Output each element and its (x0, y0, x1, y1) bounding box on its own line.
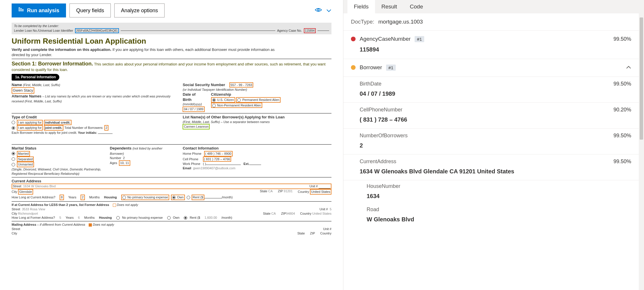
eye-icon[interactable] (315, 7, 322, 14)
former-row2: City Richmondport State CA ZIP94804 Coun… (12, 211, 331, 216)
name-label: Name (12, 83, 22, 87)
field-agency[interactable]: AgencyCaseNumber #1 99.50% 115894 (343, 31, 639, 59)
scrollbar[interactable] (639, 0, 644, 290)
svg-rect-0 (19, 8, 20, 11)
agency-case-label: Agency Case No. (277, 29, 302, 33)
dot-icon (351, 37, 356, 41)
name-value: Gwen Stacy (12, 87, 34, 94)
doctype-value: mortgage.us.1003 (378, 19, 423, 25)
field-badge: #1 (386, 65, 396, 71)
results-body: DocType: mortgage.us.1003 AgencyCaseNumb… (343, 13, 639, 290)
svg-rect-2 (22, 9, 23, 11)
subfield-confidence: 90.20% (613, 107, 631, 113)
dep-number: Number 2 (110, 156, 177, 160)
section1-head: Section 1: Borrower Information. This se… (12, 60, 331, 72)
tab-code[interactable]: Code (404, 0, 429, 13)
lender-prefix: To be completed by the Lender: (14, 24, 329, 28)
subsub-housenumber[interactable]: HouseNumber 1634 (343, 180, 639, 204)
other-borrowers-value: Carmen Leannon (183, 124, 210, 129)
analysis-icon (18, 7, 24, 14)
curr-addr-label: Current Address (12, 179, 331, 184)
citizen-nonperm: Non-Permanent Resident Alien (211, 103, 262, 108)
subfield-label: CellPhoneNumber (360, 107, 402, 113)
curr-howlong: How Long at Current Address? 8 Years 2 M… (12, 195, 331, 200)
subsub-label: HouseNumber (367, 183, 400, 189)
former-howlong: How Long at Former Address? 5 Years 6 Mo… (12, 216, 331, 220)
subfield-label: BirthDate (360, 81, 381, 87)
former-label: If at Current Address for LESS than 2 ye… (12, 203, 331, 207)
subfield-numborrowers[interactable]: NumberOfBorrowers99.50% 2 (343, 129, 639, 154)
field-value: 115894 (360, 46, 631, 53)
ssn-value: 557 - 99 - 7283 (229, 82, 254, 88)
agency-case-value: 115894 (304, 28, 316, 33)
subfield-value: 2 (360, 142, 631, 149)
ssn-label: Social Security Number (183, 83, 225, 87)
lender-loan-label: Lender Loan No./Universal Loan Identifie… (14, 29, 73, 33)
contact-label: Contact Information (183, 146, 331, 151)
citizen-perm: Permanent Resident Alien (236, 97, 280, 103)
citizen-us: U.S. Citizen (211, 97, 235, 103)
field-confidence: 99.50% (613, 36, 631, 42)
subfield-value: 1634 W Glenoaks Blvd Glendale CA 91201 U… (360, 168, 631, 175)
mailing-label: Mailing Address – if different from Curr… (12, 223, 331, 227)
cell-phone: Cell Phone ( 831 ) 728 – 4766 (183, 156, 331, 162)
home-phone: Home Phone ( 489 ) 746 – 8900 (183, 151, 331, 156)
subfield-birthdate[interactable]: BirthDate99.50% 04 / 07 / 1989 (343, 77, 639, 103)
marital-label: Marital Status (12, 146, 104, 151)
subfield-value: ( 831 ) 728 – 4766 (360, 116, 631, 123)
doc-title: Uniform Residential Loan Application (12, 36, 331, 46)
alt-names-label: Alternate Names (12, 94, 42, 98)
dependents-label: Dependents (110, 146, 131, 150)
tab-fields[interactable]: Fields (347, 0, 375, 13)
section-pill-1a: 1a. Personal Information (12, 74, 59, 80)
query-fields-button[interactable]: Query fields (69, 3, 111, 17)
subfield-label: CurrentAddress (360, 159, 396, 165)
dep-ages: Ages 10, 11 (110, 160, 177, 166)
lender-loan-value: 265Fs6fAZ2H4984Gs4f23fhQ81 (75, 28, 119, 33)
chevron-up-icon[interactable] (626, 65, 631, 71)
subsub-value: 1634 (367, 193, 631, 200)
dob-value: 04 / 07 / 1989 (183, 106, 204, 112)
tab-result[interactable]: Result (375, 0, 404, 13)
subfield-label: NumberOfBorrowers (360, 133, 408, 139)
type-credit-label: Type of Credit (12, 115, 177, 120)
tc-initials: Each Borrower intends to apply for joint… (12, 131, 177, 135)
curr-addr-row1: Street 1634 W Glenoaks Blvd Unit # (12, 184, 331, 189)
toolbar: Run analysis Query fields Analyze option… (12, 3, 331, 17)
subfield-confidence: 99.50% (613, 81, 631, 87)
doctype-row: DocType: mortgage.us.1003 (343, 13, 639, 31)
subfield-currentaddress[interactable]: CurrentAddress99.50% 1634 W Glenoaks Blv… (343, 154, 639, 180)
dot-icon (351, 65, 356, 70)
run-analysis-button[interactable]: Run analysis (12, 3, 66, 17)
chevron-down-icon[interactable] (326, 7, 331, 14)
subfield-value: 04 / 07 / 1989 (360, 90, 631, 97)
field-borrower[interactable]: Borrower #1 (343, 59, 639, 77)
field-name: Borrower (360, 64, 382, 71)
tc-individual: I am applying for individual credit. (12, 120, 177, 125)
curr-addr-row2: City Glendale State CA ZIP 91201 Country… (12, 189, 331, 195)
tabs: Fields Result Code (343, 0, 639, 13)
subsub-label: Road (367, 207, 379, 213)
document-preview: To be completed by the Lender: Lender Lo… (12, 23, 331, 236)
former-row1: Street 3533 Rosa ViewUnit # 5 (12, 207, 331, 211)
subsub-road[interactable]: Road W Glenoaks Blvd (343, 204, 639, 227)
subfield-cellphone[interactable]: CellPhoneNumber90.20% ( 831 ) 728 – 4766 (343, 103, 639, 129)
marital-unmarried: Unmarried (12, 162, 104, 167)
marital-married: Married (12, 151, 104, 156)
email: Email gwen19890407@outlook.com (183, 166, 331, 170)
field-badge: #1 (415, 36, 424, 42)
work-phone: Work Phone ( ) Ext. (183, 162, 331, 166)
svg-rect-1 (21, 8, 22, 11)
svg-point-3 (317, 9, 319, 11)
instruct: Verify and complete the information on t… (12, 47, 279, 57)
subfield-confidence: 99.50% (613, 159, 631, 165)
borrowers-count: 2 (104, 125, 108, 131)
mailing-row1: StreetUnit # (12, 227, 331, 231)
field-name: AgencyCaseNumber (360, 36, 411, 42)
doctype-label: DocType: (351, 19, 374, 25)
analyze-options-button[interactable]: Analyze options (114, 3, 165, 17)
mailing-row2: City State ZIP Country (12, 231, 331, 236)
scrollbar-thumb[interactable] (640, 17, 643, 140)
citizen-label: Citizenship (211, 92, 331, 97)
tc-joint: I am applying for joint credit. Total Nu… (12, 125, 177, 131)
